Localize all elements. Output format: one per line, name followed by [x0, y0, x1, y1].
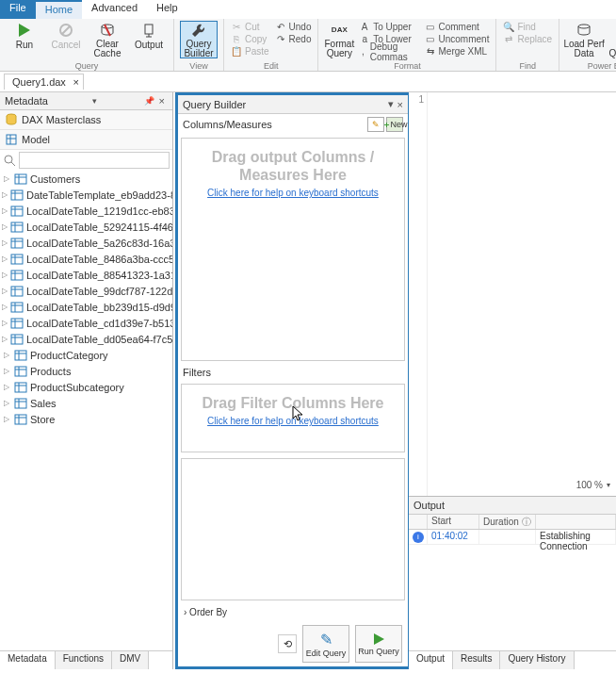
expand-icon[interactable]: ▷: [2, 415, 11, 423]
tree-node[interactable]: ▷LocalDateTable_5a26c83d-16a3-4a02-…: [2, 235, 172, 251]
replace-button[interactable]: ⇄Replace: [500, 33, 555, 45]
comment-button[interactable]: ▭Comment: [422, 21, 493, 33]
expand-icon[interactable]: ▷: [2, 399, 11, 407]
menu-home[interactable]: Home: [36, 0, 82, 19]
expand-icon[interactable]: ▷: [2, 303, 8, 311]
clear-cache-button[interactable]: Clear Cache: [89, 21, 126, 58]
format-query-button[interactable]: DAX Format Query: [324, 21, 354, 58]
tree-node[interactable]: ▷LocalDateTable_52924115-4f46-4235-…: [2, 219, 172, 235]
uncomment-button[interactable]: ▭Uncomment: [422, 33, 493, 45]
run-button[interactable]: Run: [6, 21, 43, 58]
tree-node[interactable]: ▷LocalDateTable_bb239d15-d9d9-4f79…: [2, 299, 172, 315]
expand-icon[interactable]: ▷: [2, 271, 8, 279]
tree-node[interactable]: ▷Products: [2, 363, 172, 379]
dock-dropdown-icon[interactable]: ▾: [90, 96, 99, 106]
menu-help[interactable]: Help: [147, 0, 187, 19]
close-pane-icon[interactable]: ×: [156, 95, 168, 107]
tab-query-history[interactable]: Query History: [500, 651, 574, 669]
metadata-tree[interactable]: ▷Customers▷DateTableTemplate_eb9add23-8e…: [0, 171, 172, 650]
database-selector[interactable]: DAX Masterclass: [0, 110, 172, 130]
run-query-button[interactable]: Run Query: [355, 625, 402, 663]
copy-button[interactable]: ⎘Copy: [228, 33, 272, 45]
all-queries-button[interactable]: All Queries: [607, 21, 616, 58]
redo-button[interactable]: ↷Redo: [272, 33, 315, 45]
chevron-down-icon[interactable]: ▾: [607, 481, 610, 489]
query-builder-button[interactable]: Query Builder: [180, 21, 218, 58]
tree-node[interactable]: ▷LocalDateTable_88541323-1a31-4ca1-…: [2, 267, 172, 283]
tree-node[interactable]: ▷DateTableTemplate_eb9add23-8e7e-4…: [2, 187, 172, 203]
document-tab[interactable]: Query1.dax ×: [4, 74, 84, 90]
svg-rect-45: [11, 335, 23, 344]
tree-node[interactable]: ▷LocalDateTable_dd05ea64-f7c5-47b5-…: [2, 331, 172, 347]
undo-button[interactable]: ↶Undo: [272, 21, 315, 33]
search-icon: [3, 154, 16, 167]
tree-node-label: LocalDateTable_52924115-4f46-4235-…: [26, 222, 172, 233]
tab-output[interactable]: Output: [409, 651, 453, 669]
tree-node[interactable]: ▷Store: [2, 411, 172, 427]
close-tab-icon[interactable]: ×: [73, 76, 78, 88]
expand-icon[interactable]: ▷: [2, 206, 8, 215]
merge-xml-button[interactable]: ⇆Merge XML: [422, 45, 493, 58]
expand-icon[interactable]: ▷: [2, 383, 11, 391]
keyboard-shortcuts-link[interactable]: Click here for help on keyboard shortcut…: [207, 188, 379, 198]
cancel-button[interactable]: Cancel: [47, 21, 85, 58]
columns-dropzone[interactable]: Drag output Columns /Measures Here Click…: [181, 138, 405, 361]
zoom-control[interactable]: 100 %▾: [576, 480, 610, 490]
expand-icon[interactable]: ▷: [2, 174, 11, 183]
expand-icon[interactable]: ▷: [2, 255, 8, 263]
load-perf-data-button[interactable]: Load Perf Data: [565, 21, 603, 58]
tree-node-label: LocalDateTable_cd1d39e7-b513-4c5a-…: [26, 318, 172, 329]
tree-node[interactable]: ▷LocalDateTable_1219d1cc-eb83-4ddf-…: [2, 203, 172, 219]
close-pane-icon[interactable]: ×: [397, 99, 403, 110]
tree-node-label: LocalDateTable_bb239d15-d9d9-4f79…: [26, 302, 172, 313]
expand-icon[interactable]: ▷: [2, 190, 8, 199]
pin-icon[interactable]: 📌: [142, 96, 156, 106]
tree-node[interactable]: ▷Customers: [2, 171, 172, 187]
table-icon: [14, 366, 27, 377]
tab-dmv[interactable]: DMV: [112, 651, 149, 669]
comment-icon: ▭: [425, 22, 436, 33]
output-button[interactable]: Output: [130, 21, 168, 58]
expand-icon[interactable]: ▷: [2, 367, 11, 375]
to-upper-button[interactable]: ATo Upper: [356, 21, 421, 33]
refresh-icon: ⟲: [284, 638, 292, 650]
tree-node[interactable]: ▷ProductSubcategory: [2, 379, 172, 395]
tree-node-label: ProductCategory: [30, 350, 108, 361]
model-selector[interactable]: Model: [0, 130, 172, 150]
output-grid-row[interactable]: i 01:40:02 Establishing Connection: [409, 530, 616, 545]
expand-icon[interactable]: ▷: [2, 351, 11, 359]
find-button[interactable]: 🔍Find: [500, 21, 555, 33]
edit-query-button[interactable]: ✎ Edit Query: [302, 625, 349, 663]
order-by-expander[interactable]: › Order By: [178, 603, 408, 621]
expand-icon[interactable]: ▷: [2, 287, 8, 295]
tree-node[interactable]: ▷Sales: [2, 395, 172, 411]
keyboard-shortcuts-link[interactable]: Click here for help on keyboard shortcut…: [207, 416, 379, 426]
tree-node[interactable]: ▷ProductCategory: [2, 347, 172, 363]
menu-advanced[interactable]: Advanced: [82, 0, 147, 19]
col-start[interactable]: Start: [428, 515, 479, 529]
filters-dropzone[interactable]: Drag Filter Columns Here Click here for …: [181, 384, 405, 452]
expand-icon[interactable]: ▷: [2, 335, 8, 343]
ribbon-group-view: Query Builder View: [174, 19, 224, 71]
debug-commas-button[interactable]: ,Debug Commas: [356, 45, 421, 58]
refresh-button[interactable]: ⟲: [278, 634, 297, 653]
tab-metadata[interactable]: Metadata: [0, 651, 56, 669]
expand-icon[interactable]: ▷: [2, 238, 8, 247]
cut-button[interactable]: ✂Cut: [228, 21, 272, 33]
tree-node[interactable]: ▷LocalDateTable_99dcf787-122d-42ac-…: [2, 283, 172, 299]
expand-icon[interactable]: ▷: [2, 319, 8, 327]
paste-button[interactable]: 📋Paste: [228, 45, 272, 58]
col-duration[interactable]: Duration ⓘ: [479, 515, 536, 529]
expand-icon[interactable]: ▷: [2, 222, 8, 231]
tab-functions[interactable]: Functions: [56, 651, 112, 669]
metadata-search-input[interactable]: [19, 152, 170, 169]
dock-dropdown-icon[interactable]: ▾: [388, 98, 394, 110]
query-builder-titlebar[interactable]: Query Builder ▾ ×: [178, 95, 408, 114]
new-measure-button[interactable]: ＋New: [386, 117, 403, 132]
play-icon: [15, 21, 34, 40]
menu-file[interactable]: File: [0, 0, 36, 19]
editor-body[interactable]: [430, 92, 616, 494]
tab-results[interactable]: Results: [453, 651, 500, 669]
tree-node[interactable]: ▷LocalDateTable_8486a3ba-ccc5-49ab-…: [2, 251, 172, 267]
tree-node[interactable]: ▷LocalDateTable_cd1d39e7-b513-4c5a-…: [2, 315, 172, 331]
